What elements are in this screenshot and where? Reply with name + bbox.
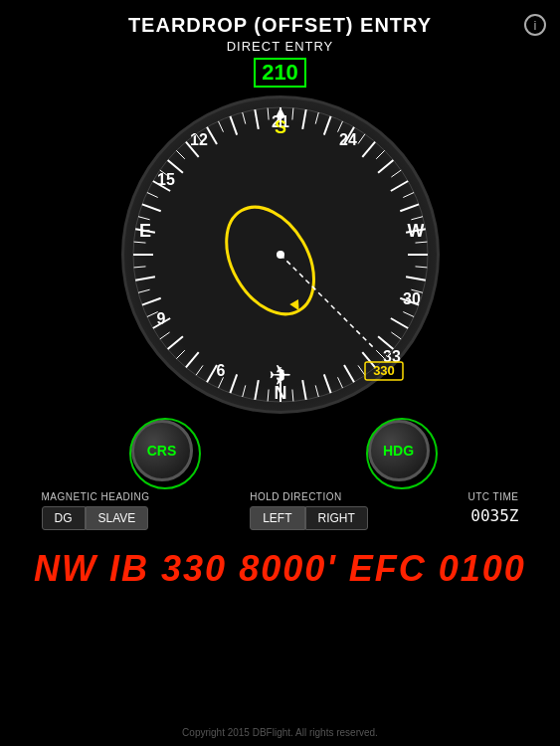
- svg-line-54: [230, 375, 237, 394]
- info-section: MAGNETIC HEADING DG SLAVE HOLD DIRECTION…: [32, 491, 529, 530]
- svg-line-33: [415, 267, 427, 268]
- svg-line-53: [242, 386, 245, 398]
- compass: 21 24 W 30 33 N 3 6 9 E 15 12 S: [121, 95, 440, 414]
- svg-line-46: [323, 375, 330, 394]
- svg-line-66: [135, 278, 155, 281]
- svg-line-61: [159, 332, 169, 339]
- svg-marker-92: [276, 107, 285, 117]
- hold-direction-buttons: LEFT RIGHT: [250, 506, 368, 530]
- svg-line-80: [207, 127, 217, 144]
- svg-line-15: [291, 108, 292, 120]
- svg-line-31: [415, 242, 427, 243]
- svg-line-16: [302, 110, 306, 130]
- dg-button[interactable]: DG: [42, 506, 86, 530]
- svg-line-71: [138, 217, 150, 220]
- svg-line-60: [167, 337, 182, 350]
- svg-text:6: 6: [216, 362, 225, 379]
- svg-line-64: [141, 298, 160, 305]
- svg-line-69: [133, 242, 145, 243]
- hold-direction-label: HOLD DIRECTION: [250, 491, 342, 502]
- info-icon-button[interactable]: i: [524, 14, 546, 36]
- crs-knob-ring: [129, 418, 201, 489]
- svg-text:12: 12: [190, 131, 208, 148]
- page-subtitle: DIRECT ENTRY: [0, 39, 560, 54]
- svg-line-83: [242, 112, 245, 124]
- magnetic-heading-label: MAGNETIC HEADING: [42, 491, 150, 502]
- right-button[interactable]: RIGHT: [305, 506, 368, 530]
- svg-line-59: [176, 351, 185, 360]
- svg-point-86: [208, 192, 331, 329]
- svg-line-67: [133, 267, 145, 268]
- copyright: Copyright 2015 DBFlight. All rights rese…: [0, 727, 560, 738]
- svg-line-44: [344, 365, 354, 382]
- airplane-icon: ✈: [269, 359, 291, 392]
- svg-line-39: [391, 332, 401, 339]
- svg-line-34: [406, 278, 426, 281]
- svg-line-48: [302, 380, 306, 400]
- svg-text:330: 330: [373, 363, 395, 378]
- svg-line-24: [378, 160, 393, 173]
- svg-line-25: [391, 170, 401, 177]
- svg-point-91: [277, 251, 284, 259]
- left-button[interactable]: LEFT: [250, 506, 304, 530]
- utc-value: 0035Z: [470, 506, 518, 525]
- svg-line-57: [196, 366, 203, 376]
- svg-line-49: [291, 390, 292, 402]
- svg-line-58: [185, 352, 198, 367]
- svg-line-17: [315, 112, 318, 124]
- svg-line-47: [315, 386, 318, 398]
- svg-line-18: [323, 116, 330, 135]
- svg-line-77: [176, 151, 185, 160]
- svg-line-45: [337, 378, 342, 389]
- svg-line-65: [138, 290, 150, 293]
- hdg-knob-ring: [366, 418, 438, 489]
- page-title: TEARDROP (OFFSET) ENTRY: [0, 14, 560, 37]
- crs-knob[interactable]: CRS: [131, 420, 193, 481]
- clearance-text: NW IB 330 8000' EFC 0100: [0, 548, 560, 590]
- svg-line-81: [218, 121, 223, 132]
- svg-line-52: [255, 380, 258, 400]
- slave-button[interactable]: SLAVE: [86, 506, 149, 530]
- heading-value: 210: [254, 58, 306, 88]
- svg-line-85: [268, 108, 269, 120]
- hdg-knob[interactable]: HDG: [368, 420, 430, 481]
- magnetic-heading-buttons: DG SLAVE: [42, 506, 149, 530]
- hold-direction-col: HOLD DIRECTION LEFT RIGHT: [250, 491, 368, 530]
- svg-line-38: [390, 318, 407, 328]
- header: TEARDROP (OFFSET) ENTRY DIRECT ENTRY: [0, 0, 560, 54]
- svg-line-27: [403, 193, 414, 198]
- svg-line-29: [411, 217, 423, 220]
- svg-line-72: [141, 205, 160, 212]
- svg-line-82: [230, 116, 237, 135]
- svg-line-84: [255, 110, 258, 130]
- svg-line-28: [400, 205, 419, 212]
- svg-line-73: [146, 193, 157, 198]
- utc-label: UTC TIME: [467, 491, 518, 502]
- heading-display: 210: [0, 58, 560, 88]
- knobs-row: CRS HDG: [121, 420, 440, 481]
- svg-line-21: [358, 134, 365, 144]
- svg-line-22: [362, 142, 375, 157]
- magnetic-heading-col: MAGNETIC HEADING DG SLAVE: [42, 491, 150, 530]
- svg-line-23: [376, 151, 385, 160]
- utc-col: UTC TIME 0035Z: [467, 491, 518, 525]
- svg-line-26: [390, 181, 407, 191]
- svg-line-56: [207, 365, 217, 382]
- svg-text:24: 24: [339, 131, 357, 148]
- svg-line-37: [403, 312, 414, 317]
- svg-line-43: [358, 366, 365, 376]
